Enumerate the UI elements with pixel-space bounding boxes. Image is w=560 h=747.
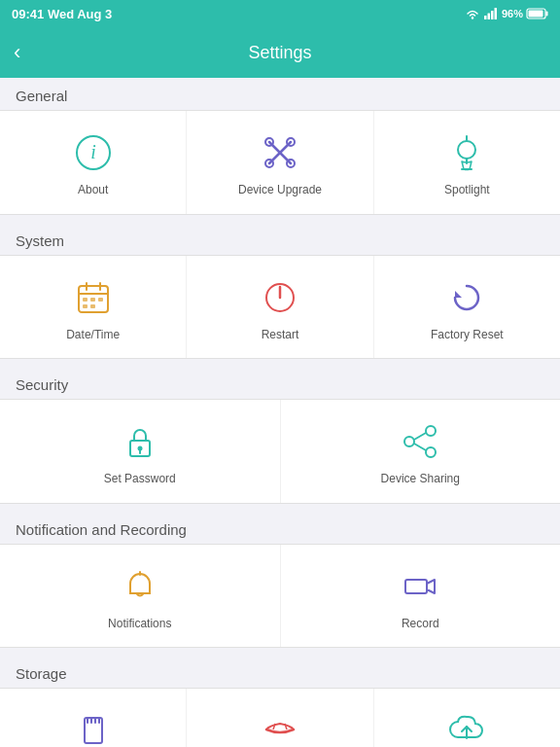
about-label: About (78, 183, 108, 198)
restart-label: Restart (262, 328, 299, 343)
about-icon: i (71, 130, 116, 175)
svg-rect-25 (90, 298, 95, 302)
svg-text:i: i (90, 141, 96, 162)
svg-point-16 (458, 141, 475, 159)
svg-point-35 (426, 426, 436, 436)
section-header-notification-recording: Notification and Recording (0, 512, 560, 544)
factory-reset-label: Factory Reset (431, 328, 504, 343)
wifi-status-icon (465, 8, 480, 19)
notifications-label: Notifications (108, 617, 171, 632)
svg-line-39 (414, 444, 426, 450)
section-body-security: Set Password Device Sharing (0, 399, 560, 504)
storage-grid: SD Card Record Box Cloud (0, 689, 560, 747)
menu-item-spotlight[interactable]: Spotlight (374, 111, 560, 214)
device-sharing-icon (398, 419, 442, 464)
record-icon (398, 564, 442, 609)
section-body-system: Date/Time Restart Factory Reset (0, 255, 560, 360)
menu-item-factory-reset[interactable]: Factory Reset (374, 256, 560, 359)
svg-point-36 (404, 437, 414, 446)
set-password-label: Set Password (104, 472, 176, 487)
device-sharing-label: Device Sharing (381, 472, 460, 487)
spotlight-label: Spotlight (444, 183, 490, 198)
status-bar: 09:41 Wed Aug 3 96% (0, 0, 560, 27)
svg-rect-24 (83, 298, 88, 302)
svg-point-37 (426, 447, 436, 457)
battery-status: 96% (502, 8, 523, 19)
section-header-security: Security (0, 367, 560, 399)
section-body-general: i About Device Upgrade (0, 110, 560, 215)
section-header-system: System (0, 223, 560, 255)
device-upgrade-icon (258, 130, 302, 175)
spotlight-icon (444, 130, 489, 175)
device-upgrade-label: Device Upgrade (238, 183, 322, 198)
svg-rect-6 (546, 12, 548, 17)
svg-rect-7 (529, 11, 543, 18)
record-box-icon (258, 708, 302, 747)
record-label: Record (402, 617, 439, 632)
notifications-icon (118, 564, 162, 609)
menu-item-record-box[interactable]: Record Box (187, 689, 373, 747)
status-time: 09:41 Wed Aug 3 (12, 7, 112, 21)
menu-item-about[interactable]: i About (0, 111, 187, 214)
menu-item-device-sharing[interactable]: Device Sharing (281, 400, 561, 503)
datetime-label: Date/Time (66, 328, 120, 343)
section-header-storage: Storage (0, 656, 560, 688)
general-grid: i About Device Upgrade (0, 111, 560, 214)
sd-card-icon (71, 708, 116, 747)
security-grid: Set Password Device Sharing (0, 400, 560, 503)
cloud-storage-icon (444, 708, 489, 747)
svg-rect-27 (83, 304, 88, 308)
menu-item-datetime[interactable]: Date/Time (0, 256, 187, 359)
menu-item-restart[interactable]: Restart (187, 256, 373, 359)
menu-item-notifications[interactable]: Notifications (0, 545, 281, 648)
svg-rect-4 (494, 8, 497, 19)
menu-item-device-upgrade[interactable]: Device Upgrade (187, 111, 373, 214)
set-password-icon (118, 419, 162, 464)
system-grid: Date/Time Restart Factory Reset (0, 256, 560, 359)
svg-line-38 (414, 433, 426, 440)
menu-item-sd-card[interactable]: SD Card (0, 689, 187, 747)
menu-item-record[interactable]: Record (281, 545, 561, 648)
section-header-general: General (0, 78, 560, 110)
menu-item-set-password[interactable]: Set Password (0, 400, 281, 503)
svg-rect-1 (484, 16, 487, 19)
notification-recording-grid: Notifications Record (0, 545, 560, 648)
svg-rect-26 (98, 298, 103, 302)
svg-point-0 (472, 17, 473, 18)
section-body-notification-recording: Notifications Record (0, 544, 560, 649)
datetime-icon (71, 275, 116, 320)
svg-marker-31 (455, 291, 462, 298)
section-body-storage: SD Card Record Box Cloud (0, 688, 560, 747)
back-button[interactable]: ‹ (14, 42, 20, 63)
signal-icon (484, 8, 498, 19)
svg-rect-3 (491, 11, 494, 19)
app-header: ‹ Settings (0, 27, 560, 78)
restart-icon (258, 275, 302, 320)
battery-icon (527, 8, 548, 19)
svg-rect-2 (487, 14, 490, 20)
factory-reset-icon (444, 275, 489, 320)
menu-item-cloud-storage[interactable]: Cloud Storage (374, 689, 560, 747)
page-title: Settings (248, 43, 311, 63)
svg-rect-28 (90, 304, 95, 308)
status-icons: 96% (465, 8, 548, 19)
svg-rect-42 (405, 580, 427, 593)
